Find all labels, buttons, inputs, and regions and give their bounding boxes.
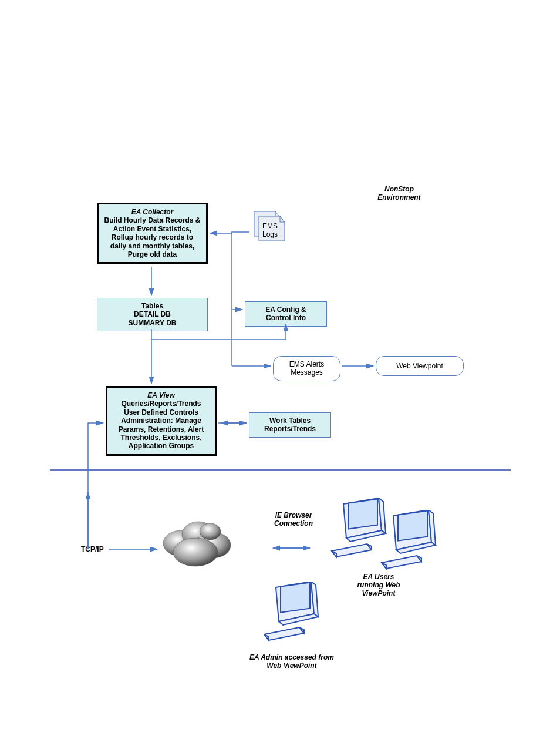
ea-collector-box: EA Collector Build Hourly Data Records &… xyxy=(97,203,208,264)
cloud-icon xyxy=(157,511,239,578)
computer-icon-2 xyxy=(376,510,446,583)
ea-config-box: EA Config & Control Info xyxy=(245,301,327,327)
tcp-ip-label: TCP/IP xyxy=(81,545,104,553)
svg-rect-7 xyxy=(281,583,310,613)
diagram-page: NonStop Environment EA Collector Build H… xyxy=(0,0,560,746)
ea-admin-label: EA Admin accessed from Web ViewPoint xyxy=(230,653,353,670)
nonstop-env-label: NonStop Environment xyxy=(361,185,437,201)
ems-logs-icon: EMS Logs xyxy=(249,210,291,248)
ea-view-desc: Queries/Reports/Trends User Defined Cont… xyxy=(112,399,210,450)
ea-collector-desc: Build Hourly Data Records & Action Event… xyxy=(103,216,201,258)
ie-browser-label: IE Browser Connection xyxy=(258,511,329,527)
tables-box: Tables DETAIL DB SUMMARY DB xyxy=(97,298,208,331)
ea-view-box: EA View Queries/Reports/Trends User Defi… xyxy=(106,386,217,456)
ems-alerts-box: EMS Alerts Messages xyxy=(273,356,340,381)
computer-icon-3 xyxy=(258,582,329,654)
ems-logs-label: EMS Logs xyxy=(262,222,278,238)
web-viewpoint-box: Web Viewpoint xyxy=(376,356,464,376)
svg-rect-6 xyxy=(398,511,427,541)
ea-view-title: EA View xyxy=(112,391,210,399)
svg-point-4 xyxy=(200,523,221,540)
ea-collector-title: EA Collector xyxy=(103,208,201,216)
work-tables-box: Work Tables Reports/Trends xyxy=(249,412,331,438)
svg-rect-5 xyxy=(348,499,377,529)
svg-point-3 xyxy=(173,538,218,566)
